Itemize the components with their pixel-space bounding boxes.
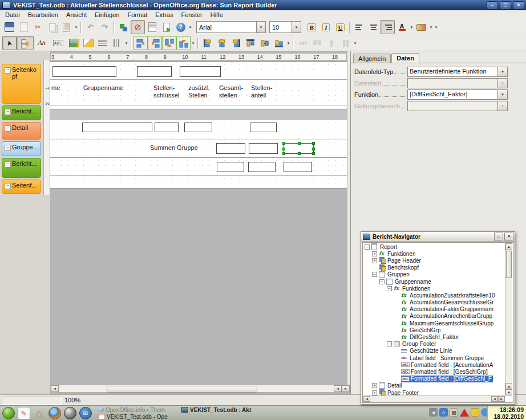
resize-handle[interactable] [312,152,315,155]
align-center-button[interactable] [366,20,381,34]
scrollbar-thumb[interactable] [107,386,257,393]
horizontal-line-button[interactable] [95,36,110,50]
paste-dropdown-icon[interactable]: ▾ [74,25,79,30]
scroll-left-icon[interactable]: ◄ [51,385,59,392]
collapse-icon[interactable]: − [5,109,11,115]
italic-button[interactable]: I [319,20,333,34]
undo-button[interactable]: ↶ [83,20,98,34]
tree-item[interactable]: +fxFunktionen [363,250,505,257]
resize-handle[interactable] [282,142,285,145]
distribute-horizontal-button[interactable] [296,36,310,50]
report-field-box[interactable] [155,123,179,132]
tree-item[interactable]: ABCLabel field : Summen Gruppe [363,354,505,361]
tree-item[interactable]: fxDiffGesSchl_Faktor [363,333,505,340]
clipboard-icon[interactable]: ▤ [450,408,458,417]
close-button[interactable]: ✕ [513,1,524,10]
group-footer-label[interactable]: Summen Gruppe [150,144,198,152]
tree-item[interactable]: fxAccumulationFaktorGruppennam [363,306,505,313]
restore-button[interactable]: □ [500,1,511,10]
report-header-section[interactable] [50,109,347,121]
browser-launcher-icon[interactable] [64,407,76,419]
align-right-edges-button[interactable] [148,36,162,50]
tree-expander-icon[interactable]: − [365,244,370,250]
taskbar-window-openoffice-info[interactable]: OpenOffice.info • Them [98,406,179,413]
resize-handle[interactable] [312,148,315,150]
highlighting-dropdown-icon[interactable]: ▾ [428,25,434,30]
tree-item[interactable]: fxAccumulationAnrechenbarGrupp [363,313,505,320]
datenfeld-typ-dropdown[interactable]: Benutzerdefinierte Funktion ▼ [407,67,508,77]
scroll-up-icon[interactable]: ▲ [505,383,512,389]
tree-item[interactable]: ABCFormatted field : [GesSchlGrp] [363,368,505,375]
collapse-icon[interactable]: − [5,161,11,168]
column-label[interactable]: me [51,84,60,92]
tree-item[interactable]: −Gruppen [363,271,505,278]
navigator-close-button[interactable]: ✕ [504,233,513,240]
column-label[interactable]: Gruppenname [83,84,123,92]
thunderbird-launcher-icon[interactable]: ✉ [79,407,92,419]
report-field-box[interactable] [137,66,172,77]
scroll-left-icon[interactable]: ◄ [363,396,370,402]
menu-extras[interactable]: Extras [151,11,177,19]
tree-expander-icon[interactable]: − [387,286,392,291]
report-field-box[interactable] [216,143,245,154]
dropdown-arrow-icon[interactable]: ▼ [497,90,507,99]
object-align-left-button[interactable] [200,36,215,50]
object-align-top-button[interactable] [243,36,257,50]
report-field-box[interactable] [249,143,278,154]
header-line[interactable] [50,79,347,80]
help-button[interactable]: ? [173,20,188,34]
toolbar-overflow-icon[interactable]: ▾ [353,41,358,46]
toolbar-overflow-icon[interactable]: ▾ [124,41,129,46]
font-name-combobox[interactable]: Arial ▼ [196,21,266,33]
copy-button[interactable] [45,20,59,34]
section-tab-gruppe[interactable]: − Gruppe... [2,141,41,156]
object-align-middle-button[interactable] [257,36,272,50]
align-left-button[interactable] [352,20,366,34]
report-footer-section[interactable] [50,158,347,176]
tree-expander-icon[interactable]: + [372,258,377,263]
zoom-level[interactable]: 100% [64,397,80,403]
tree-item[interactable]: Geschützte Linie [363,348,505,354]
resize-handle[interactable] [282,148,285,150]
object-align-right-button[interactable] [229,36,243,50]
report-design-canvas[interactable]: 3456789101112131415161718 me Gruppenname… [50,51,350,394]
scroll-up-icon[interactable]: ▲ [505,243,512,250]
scroll-down-icon[interactable]: ▼ [505,389,512,395]
tree-item[interactable]: +Page Footer [363,389,505,395]
taskbar-window-report-builder[interactable]: VEKIST_Test.odb : Akt [181,406,273,413]
collapse-icon[interactable]: − [5,125,11,132]
underline-button[interactable]: U [333,20,347,34]
collapse-icon[interactable]: − [5,145,11,151]
select-button[interactable]: ➤ [2,36,17,50]
font-color-button[interactable]: A [395,20,409,34]
menu-datei[interactable]: Datei [1,11,24,19]
redo-button[interactable]: ↷ [98,20,112,34]
report-field-box[interactable] [184,123,212,132]
firefox-launcher-icon[interactable] [48,407,61,419]
align-bottom-edges-button[interactable] [176,36,191,50]
section-tab-seitenfuss[interactable]: − Seitenf... [2,180,41,194]
tree-expander-icon[interactable]: + [372,383,377,388]
column-label[interactable]: Stellen- schlüssel [153,84,179,99]
cut-button[interactable]: ✂ [31,20,45,34]
handle-mode-button[interactable] [17,36,34,50]
navigator-horizontal-scrollbar[interactable]: ◄ ◄ ► [363,395,505,402]
scroll-right-icon[interactable]: ► [498,396,505,402]
page-header-section[interactable]: me Gruppenname Stellen- schlüssel zusätz… [50,62,347,105]
column-label[interactable]: Stellen- anteil [251,84,272,99]
report-field-box[interactable] [180,66,221,77]
tree-item[interactable]: fxAccumulationZusatzkraftstellen10 [363,292,505,299]
resize-handle[interactable] [312,142,315,145]
menu-bearbeiten[interactable]: Bearbeiten [24,11,62,19]
tree-item[interactable]: −Gruppenname [363,278,505,285]
object-align-bottom-button[interactable] [272,36,286,50]
resize-handle[interactable] [298,152,301,155]
scroll-left-icon[interactable]: ◄ [491,396,498,402]
navigator-title-bar[interactable]: Bericht-Navigator □ ✕ [361,232,515,242]
resize-handle[interactable] [282,152,285,155]
tab-daten[interactable]: Daten [391,53,419,63]
tree-item[interactable]: −fxFunktionen [363,285,505,292]
notes-launcher-icon[interactable]: ✎ [18,407,30,419]
tree-expander-icon[interactable]: − [372,272,377,277]
menu-ansicht[interactable]: Ansicht [62,11,91,19]
